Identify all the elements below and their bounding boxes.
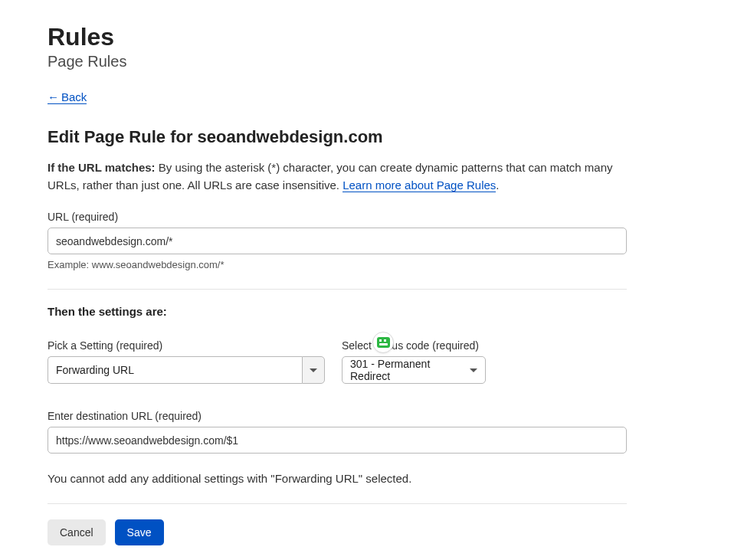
settings-row: Pick a Setting (required) Forwarding URL… — [48, 339, 627, 384]
divider — [48, 503, 627, 504]
robot-icon — [377, 337, 390, 348]
then-heading: Then the settings are: — [48, 305, 627, 318]
button-row: Cancel Save — [48, 519, 627, 545]
status-label: Select status code (required) — [342, 339, 486, 352]
assistant-badge[interactable] — [372, 332, 394, 353]
page-title: Rules — [48, 23, 627, 51]
setting-select-toggle[interactable] — [302, 356, 325, 384]
back-link-label: Back — [61, 90, 87, 103]
url-match-description: If the URL matches: By using the asteris… — [48, 159, 627, 194]
setting-column: Pick a Setting (required) Forwarding URL — [48, 339, 325, 384]
arrow-left-icon: ← — [48, 90, 59, 103]
status-select[interactable]: 301 - Permanent Redirect — [342, 356, 486, 384]
save-button[interactable]: Save — [115, 519, 164, 545]
destination-input[interactable] — [48, 427, 627, 454]
destination-block: Enter destination URL (required) — [48, 410, 627, 454]
forwarding-note: You cannot add any additional settings w… — [48, 472, 627, 485]
divider — [48, 289, 627, 290]
page-container: Rules Page Rules ← Back Edit Page Rule f… — [0, 0, 674, 560]
status-column: Select status code (required) 301 - Perm… — [342, 339, 486, 384]
url-input[interactable] — [48, 228, 627, 254]
cancel-button[interactable]: Cancel — [48, 519, 106, 545]
setting-select[interactable]: Forwarding URL — [48, 356, 325, 384]
back-link[interactable]: ← Back — [48, 90, 87, 104]
status-select-value: 301 - Permanent Redirect — [350, 358, 464, 382]
url-field-hint: Example: www.seoandwebdesign.com/* — [48, 259, 627, 270]
desc-period: . — [496, 178, 499, 192]
learn-more-link[interactable]: Learn more about Page Rules — [343, 178, 496, 192]
page-subtitle: Page Rules — [48, 53, 627, 70]
caret-down-icon — [470, 368, 477, 372]
edit-heading: Edit Page Rule for seoandwebdesign.com — [48, 127, 627, 147]
setting-label: Pick a Setting (required) — [48, 339, 325, 352]
caret-down-icon — [310, 368, 317, 372]
edit-heading-domain: seoandwebdesign.com — [198, 127, 383, 146]
edit-heading-prefix: Edit Page Rule for — [48, 127, 198, 146]
url-match-strong: If the URL matches: — [48, 161, 156, 174]
destination-label: Enter destination URL (required) — [48, 410, 627, 422]
url-field-label: URL (required) — [48, 211, 627, 223]
setting-select-value[interactable]: Forwarding URL — [48, 356, 302, 384]
